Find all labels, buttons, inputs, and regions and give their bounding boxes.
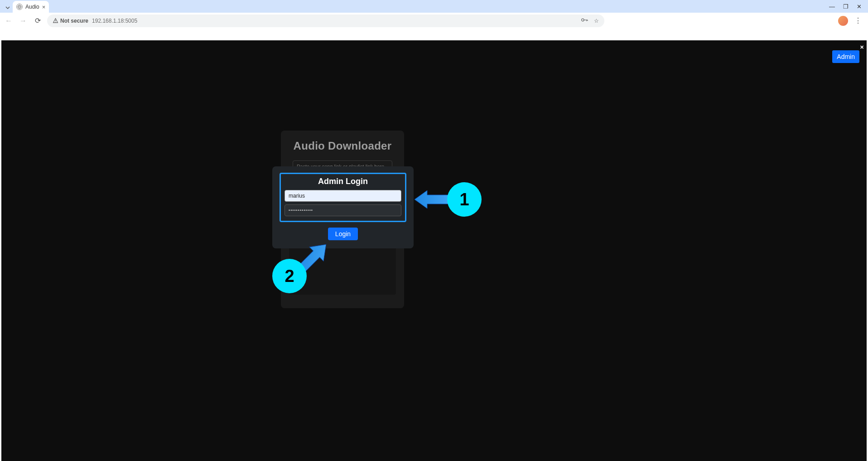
back-icon[interactable]: ←	[4, 16, 14, 26]
tab-strip: Audio ×	[0, 0, 868, 13]
username-field[interactable]: marius	[285, 190, 401, 202]
close-icon[interactable]: ✕	[860, 44, 864, 50]
url-text: 192.168.1.18:5005	[92, 18, 137, 24]
annotation-step-2: 2	[272, 259, 307, 293]
close-window-icon[interactable]: ✕	[857, 3, 862, 10]
globe-icon	[16, 4, 23, 10]
annotation-arrow-1	[415, 188, 451, 211]
modal-title: Admin Login	[285, 177, 401, 186]
page-body: Admin ✕ Audio Downloader Admin Login mar…	[1, 40, 867, 461]
forward-icon: →	[18, 16, 28, 26]
annotation-highlight-1: Admin Login marius •••••••••••••	[280, 173, 406, 222]
profile-avatar[interactable]	[838, 16, 848, 26]
svg-point-3	[582, 19, 584, 21]
browser-toolbar: ← → ⟳ Not secure 192.168.1.18:5005 ☆ ⋮	[0, 13, 868, 29]
window-controls: — ❐ ✕	[823, 0, 868, 13]
not-secure-label: Not secure	[60, 18, 88, 24]
app-title: Audio Downloader	[289, 140, 396, 152]
password-value: •••••••••••••	[289, 208, 313, 213]
reload-icon[interactable]: ⟳	[33, 16, 43, 26]
admin-button[interactable]: Admin	[832, 50, 859, 63]
annotation-step-1-label: 1	[459, 190, 469, 209]
minimize-icon[interactable]: —	[829, 3, 835, 10]
browser-tab[interactable]: Audio ×	[13, 1, 49, 13]
tab-list-dropdown-icon[interactable]	[3, 3, 13, 13]
bookmark-star-icon[interactable]: ☆	[594, 18, 599, 24]
tab-title: Audio	[25, 4, 39, 10]
address-bar[interactable]: Not secure 192.168.1.18:5005 ☆	[47, 15, 604, 27]
admin-button-label: Admin	[837, 53, 855, 60]
svg-marker-4	[415, 190, 451, 209]
maximize-icon[interactable]: ❐	[843, 3, 849, 10]
annotation-step-2-label: 2	[285, 267, 294, 286]
password-key-icon[interactable]	[581, 17, 588, 24]
svg-point-2	[55, 22, 56, 22]
username-value: marius	[289, 193, 305, 199]
close-icon[interactable]: ×	[42, 4, 46, 10]
annotation-step-1: 1	[447, 182, 482, 217]
viewport: Admin ✕ Audio Downloader Admin Login mar…	[0, 29, 868, 461]
password-field[interactable]: •••••••••••••	[285, 204, 401, 216]
not-secure-badge: Not secure	[53, 18, 88, 24]
kebab-menu-icon[interactable]: ⋮	[854, 16, 862, 25]
